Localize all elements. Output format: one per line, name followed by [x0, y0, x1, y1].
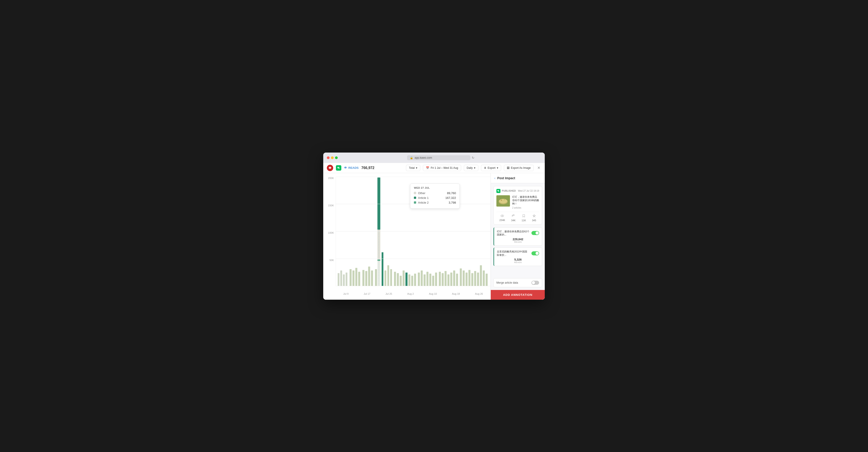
post-card: PUBLISHED Wed 27 Jul '22 19:19 — [493, 186, 542, 225]
tooltip-other-text: Other — [418, 191, 426, 195]
article-item-2: 圭里尼奶酪亮相2022中国国际食饮... 5,326 READS — [493, 248, 542, 266]
x-label-jul17: Jul 17 — [364, 292, 370, 295]
y-axis: 200K 150K 100K 50K — [323, 177, 336, 286]
daily-label: Daily — [467, 166, 473, 169]
x-axis: Jul 9 Jul 17 Jul 25 Aug 2 Aug 10 Aug 18 … — [336, 292, 491, 295]
grid-line-100k — [336, 231, 491, 231]
reads-indicator: 👁 READS — [344, 166, 359, 169]
article-2-reads: 5,326 — [497, 258, 539, 261]
tooltip-value-other: 89,760 — [447, 191, 456, 195]
stat-stars: 345 — [532, 214, 536, 222]
article-1-reads-label: READS — [497, 241, 539, 243]
wechat-platform-icon — [336, 165, 341, 171]
export-image-button[interactable]: 🖼 Export As Image — [504, 165, 534, 171]
shares-icon — [512, 214, 515, 218]
published-badge: PUBLISHED — [502, 190, 516, 192]
export-button[interactable]: ⬇ Export ▾ — [481, 165, 501, 171]
post-articles-count: 2 articles — [512, 206, 539, 209]
post-title: 叮叮，邀请你来免费品尝62个国家的183种奶酪哟！ — [512, 195, 539, 206]
reads-count: 766,972 — [362, 166, 375, 170]
y-label-200k: 200K — [328, 177, 334, 180]
traffic-lights — [327, 156, 338, 159]
stat-bookmarks: 11K — [522, 214, 526, 222]
article-2-toggle[interactable] — [531, 251, 539, 255]
total-filter-button[interactable]: Total ▾ — [406, 165, 420, 171]
merge-label: Merge article data — [496, 281, 518, 284]
minimize-traffic-light[interactable] — [331, 156, 334, 159]
main-layout: 200K 150K 100K 50K — [323, 173, 545, 300]
browser-titlebar: 🔒 app.kawo.com ↻ — [323, 153, 545, 163]
y-label-50k: 50K — [329, 259, 334, 261]
bars-area: WED 27 JUL Other 89,760 — [336, 177, 491, 286]
export-icon: ⬇ — [484, 166, 486, 169]
star-icon — [532, 214, 536, 218]
merge-toggle[interactable] — [531, 281, 539, 285]
add-annotation-label: ADD ANNOTATION — [503, 293, 532, 296]
address-bar: 🔒 app.kawo.com ↻ — [340, 155, 541, 160]
tooltip-label-article1: Article 1 — [414, 196, 429, 199]
refresh-button[interactable]: ↻ — [472, 156, 474, 160]
x-label-aug26: Aug 26 — [475, 292, 483, 295]
svg-point-67 — [504, 199, 505, 200]
article-1-reads: 229,642 — [497, 237, 539, 241]
chevron-down-icon-daily: ▾ — [474, 166, 475, 169]
chevron-down-icon: ▾ — [416, 166, 417, 169]
article-item-1-header: 叮叮，邀请你来免费品尝62个国家的... — [497, 230, 539, 236]
article-item-1: 叮叮，邀请你来免费品尝62个国家的... 229,642 READS — [493, 227, 542, 246]
close-button[interactable]: ✕ — [536, 165, 541, 171]
article-list: 叮叮，邀请你来免费品尝62个国家的... 229,642 READS 圭里尼奶酪… — [491, 227, 545, 268]
maximize-traffic-light[interactable] — [335, 156, 338, 159]
stars-count: 345 — [532, 219, 536, 222]
svg-point-66 — [501, 199, 502, 201]
image-icon: 🖼 — [507, 166, 509, 169]
svg-point-69 — [502, 215, 503, 216]
views-icon — [500, 214, 504, 218]
url-input[interactable]: 🔒 app.kawo.com — [407, 155, 470, 160]
views-count: 234K — [499, 219, 505, 222]
post-text: 叮叮，邀请你来免费品尝62个国家的183种奶酪哟！ 2 articles — [512, 195, 539, 209]
tooltip-dot-article1 — [414, 197, 416, 199]
export-label: Export — [488, 166, 495, 169]
merge-item: Merge article data — [493, 278, 542, 287]
add-annotation-button[interactable]: ADD ANNOTATION — [491, 290, 545, 300]
calendar-icon: 📅 — [426, 166, 429, 169]
chart-tooltip: WED 27 JUL Other 89,760 — [410, 184, 460, 208]
tooltip-label-other: Other — [414, 191, 426, 195]
svg-point-65 — [499, 199, 507, 203]
post-platform: PUBLISHED — [496, 189, 516, 193]
lock-icon: 🔒 — [410, 156, 413, 159]
post-thumbnail — [496, 195, 510, 206]
total-label: Total — [409, 166, 414, 169]
tooltip-row-article1: Article 1 167,322 — [414, 196, 456, 199]
reads-label-text: READS — [348, 166, 359, 169]
x-label-aug10: Aug 10 — [429, 292, 437, 295]
y-label-100k: 100K — [328, 231, 334, 234]
stat-shares: 34K — [511, 214, 516, 222]
tooltip-article1-text: Article 1 — [418, 196, 429, 199]
post-wechat-icon — [496, 189, 500, 193]
back-button[interactable]: ‹ — [494, 176, 495, 180]
toggle-knob-2 — [535, 252, 539, 255]
chart-container: 200K 150K 100K 50K — [323, 173, 491, 300]
stat-views: 234K — [499, 214, 505, 222]
date-range-text: Fri 1 Jul – Wed 31 Aug — [431, 166, 458, 169]
bookmarks-count: 11K — [522, 219, 526, 222]
date-range-button[interactable]: 📅 Fri 1 Jul – Wed 31 Aug — [423, 165, 461, 171]
article-1-toggle[interactable] — [531, 231, 539, 235]
shares-count: 34K — [511, 219, 516, 222]
post-stats: 234K 34K — [496, 212, 539, 222]
tooltip-dot-article2 — [414, 201, 416, 204]
y-label-150k: 150K — [328, 204, 334, 207]
bookmarks-icon — [522, 214, 525, 218]
close-traffic-light[interactable] — [327, 156, 330, 159]
merge-section: Merge article data — [491, 276, 545, 290]
brand-logo — [327, 165, 333, 171]
daily-filter-button[interactable]: Daily ▾ — [464, 165, 478, 171]
toggle-knob-1 — [535, 231, 539, 234]
browser-window: 🔒 app.kawo.com ↻ 👁 READS — [323, 153, 545, 300]
article-item-2-header: 圭里尼奶酪亮相2022中国国际食饮... — [497, 250, 539, 257]
tooltip-value-article2: 3,798 — [449, 201, 456, 204]
export-image-label: Export As Image — [511, 166, 531, 169]
post-meta: PUBLISHED Wed 27 Jul '22 19:19 — [496, 189, 539, 193]
post-content: 叮叮，邀请你来免费品尝62个国家的183种奶酪哟！ 2 articles — [496, 195, 539, 209]
